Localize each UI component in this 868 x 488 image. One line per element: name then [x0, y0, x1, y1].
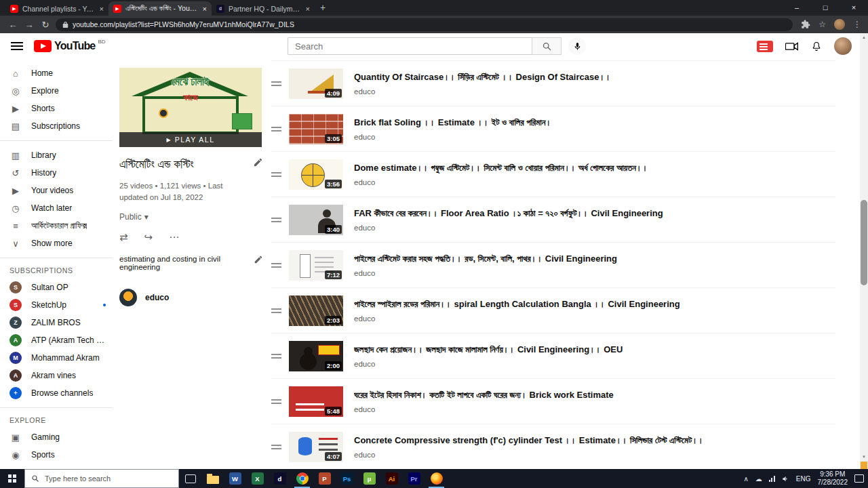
- tab-close-icon[interactable]: ×: [306, 5, 310, 13]
- sidebar-item-library[interactable]: ▥ Library: [0, 146, 113, 164]
- browser-profile-avatar[interactable]: [834, 19, 845, 30]
- extensions-puzzle-icon[interactable]: [801, 20, 810, 29]
- drag-handle-icon[interactable]: [271, 308, 289, 313]
- sidebar-item-show-more[interactable]: ∨ Show more: [0, 235, 113, 252]
- taskbar-app-file-explorer[interactable]: [201, 469, 224, 488]
- tab-close-icon[interactable]: ×: [100, 5, 104, 13]
- taskbar-clock[interactable]: 9:36 PM 7/28/2022: [818, 470, 848, 487]
- bookmark-star-icon[interactable]: ☆: [818, 20, 826, 29]
- sidebar-item-sports[interactable]: ◉ Sports: [0, 446, 113, 464]
- video-row[interactable]: 3:56 Dome estimate।। গম্বুজ এস্টিমেট।। স…: [271, 152, 835, 197]
- video-channel[interactable]: educo: [354, 269, 617, 277]
- tray-chevron-icon[interactable]: ∧: [744, 475, 749, 483]
- subscription-zalim-bros[interactable]: Z ZALIM BROS: [0, 314, 113, 331]
- video-row[interactable]: 7:12 পাইলের এস্টিমেট করার সহজ পদ্ধতি।। র…: [271, 243, 835, 288]
- subscription-sultan-op[interactable]: S Sultan OP: [0, 279, 113, 296]
- drag-handle-icon[interactable]: [271, 399, 289, 404]
- reload-button[interactable]: ↻: [39, 20, 52, 30]
- video-channel[interactable]: educo: [354, 87, 611, 96]
- video-thumbnail[interactable]: 4:09: [289, 68, 343, 99]
- video-thumbnail[interactable]: 2:03: [289, 296, 343, 326]
- video-channel[interactable]: educo: [354, 405, 614, 413]
- youtube-logo[interactable]: YouTube BD: [34, 40, 106, 52]
- video-row[interactable]: 5:48 ঘরের ইটের হিসাব নিকাশ। কতটি ইট লাগব…: [271, 379, 835, 424]
- browser-tab-channel-playlists[interactable]: ▶ Channel playlists - YouTube Stud ×: [5, 1, 108, 16]
- guide-menu-icon[interactable]: [11, 42, 23, 50]
- video-channel[interactable]: educo: [354, 314, 680, 323]
- subscription-atp-akram-tech[interactable]: A ATP (Akram Tech Poi...: [0, 331, 113, 349]
- video-title[interactable]: FAR কীভাবে বের করবেন।। Floor Area Ratio …: [354, 208, 663, 219]
- taskbar-app-firefox[interactable]: [425, 469, 448, 488]
- drag-handle-icon[interactable]: [271, 81, 289, 86]
- video-channel[interactable]: educo: [354, 451, 704, 459]
- subscription-mohammad-akram[interactable]: M Mohammad Akram: [0, 349, 113, 367]
- search-input[interactable]: [288, 37, 532, 55]
- scrollbar-down-arrow[interactable]: ▼: [860, 453, 868, 461]
- playlist-thumbnail[interactable]: মেঝে ঢালাই কাজে ▶ PLAY ALL: [119, 68, 262, 147]
- taskbar-app-photoshop[interactable]: Ps: [336, 469, 358, 488]
- sidebar-item-architectural-graphics[interactable]: ≡ আর্কিটেকচারাল গ্রাফিক্স: [0, 217, 113, 235]
- video-row[interactable]: 3:40 FAR কীভাবে বের করবেন।। Floor Area R…: [271, 197, 835, 243]
- video-title[interactable]: Brick flat Soling ।। Estimate ।। ইট ও বা…: [354, 117, 551, 128]
- video-title[interactable]: পাইলের স্পাইরাল রডের পরিমান।। spiral Len…: [354, 299, 680, 310]
- page-scrollbar[interactable]: ▲ ▼: [860, 33, 868, 469]
- video-row[interactable]: 4:07 Concrete Compressive strength (f'c)…: [271, 424, 835, 469]
- browser-tab-playlist[interactable]: ▶ এস্টিমেটিং এন্ড কস্টিং - YouTube ×: [108, 1, 212, 16]
- window-close-button[interactable]: ×: [840, 0, 868, 16]
- video-title[interactable]: ঘরের ইটের হিসাব নিকাশ। কতটি ইট লাগবে একট…: [354, 390, 614, 401]
- taskbar-app-powerpoint[interactable]: P: [313, 469, 336, 488]
- scrollbar-up-arrow[interactable]: ▲: [860, 33, 868, 41]
- video-thumbnail[interactable]: 4:07: [289, 432, 343, 462]
- voice-search-button[interactable]: [568, 37, 586, 55]
- browser-menu-icon[interactable]: ⋮: [853, 20, 861, 29]
- search-button[interactable]: [532, 37, 561, 55]
- language-indicator[interactable]: ENG: [796, 475, 811, 483]
- sidebar-item-explore[interactable]: ◎ Explore: [0, 82, 113, 100]
- video-thumbnail[interactable]: 2:00: [289, 341, 343, 371]
- onedrive-cloud-icon[interactable]: ☁: [755, 475, 762, 483]
- subscription-akram-vines[interactable]: A Akram vines: [0, 367, 113, 384]
- taskbar-app-word[interactable]: W: [224, 469, 246, 488]
- sidebar-item-home[interactable]: ⌂ Home: [0, 64, 113, 82]
- video-channel[interactable]: educo: [354, 360, 623, 368]
- drag-handle-icon[interactable]: [271, 218, 289, 222]
- taskbar-app-premiere[interactable]: Pr: [403, 469, 425, 488]
- taskbar-app-task-view[interactable]: [179, 469, 201, 488]
- create-video-icon[interactable]: [785, 41, 799, 52]
- shuffle-button[interactable]: ⇄: [119, 231, 128, 243]
- drag-handle-icon[interactable]: [271, 354, 289, 359]
- video-thumbnail[interactable]: 3:40: [289, 205, 343, 235]
- taskbar-app-excel[interactable]: X: [246, 469, 269, 488]
- sidebar-item-watch-later[interactable]: ◷ Watch later: [0, 199, 113, 217]
- drag-handle-icon[interactable]: [271, 445, 289, 449]
- video-thumbnail[interactable]: 7:12: [289, 250, 343, 281]
- drag-handle-icon[interactable]: [271, 172, 289, 177]
- new-tab-button[interactable]: +: [320, 2, 326, 13]
- account-avatar[interactable]: [834, 37, 852, 55]
- forward-button[interactable]: →: [23, 20, 35, 30]
- video-row[interactable]: 4:09 Quantity Of Staircase।। সিঁড়ির এস্…: [271, 61, 835, 106]
- sidebar-item-your-videos[interactable]: ▶ Your videos: [0, 182, 113, 199]
- video-row[interactable]: 3:05 Brick flat Soling ।। Estimate ।। ইট…: [271, 106, 835, 152]
- play-all-button[interactable]: ▶ PLAY ALL: [119, 132, 262, 147]
- taskbar-app-utorrent[interactable]: µ: [358, 469, 380, 488]
- more-actions-button[interactable]: ⋯: [169, 231, 179, 243]
- subscription-sketchup[interactable]: S SketchUp: [0, 296, 113, 314]
- video-title[interactable]: Quantity Of Staircase।। সিঁড়ির এস্টিমেট…: [354, 72, 611, 83]
- sidebar-item-history[interactable]: ↺ History: [0, 164, 113, 182]
- video-channel[interactable]: educo: [354, 224, 663, 232]
- tab-close-icon[interactable]: ×: [203, 5, 207, 13]
- taskbar-app-dailymotion[interactable]: d: [269, 469, 291, 488]
- scrollbar-thumb[interactable]: [861, 200, 867, 285]
- window-minimize-button[interactable]: –: [783, 0, 811, 16]
- video-title[interactable]: পাইলের এস্টিমেট করার সহজ পদ্ধতি।। রড, সি…: [354, 253, 617, 264]
- back-button[interactable]: ←: [7, 20, 19, 30]
- network-icon[interactable]: [769, 476, 775, 482]
- video-channel[interactable]: educo: [354, 178, 648, 186]
- sidebar-item-subscriptions[interactable]: ▤ Subscriptions: [0, 117, 113, 135]
- notifications-bell-icon[interactable]: [811, 41, 822, 52]
- video-thumbnail[interactable]: 3:56: [289, 159, 343, 190]
- visibility-dropdown[interactable]: Public ▾: [119, 212, 263, 222]
- video-title[interactable]: Concrete Compressive strength (f'c) cyli…: [354, 435, 704, 446]
- playlist-owner[interactable]: educo: [119, 289, 263, 306]
